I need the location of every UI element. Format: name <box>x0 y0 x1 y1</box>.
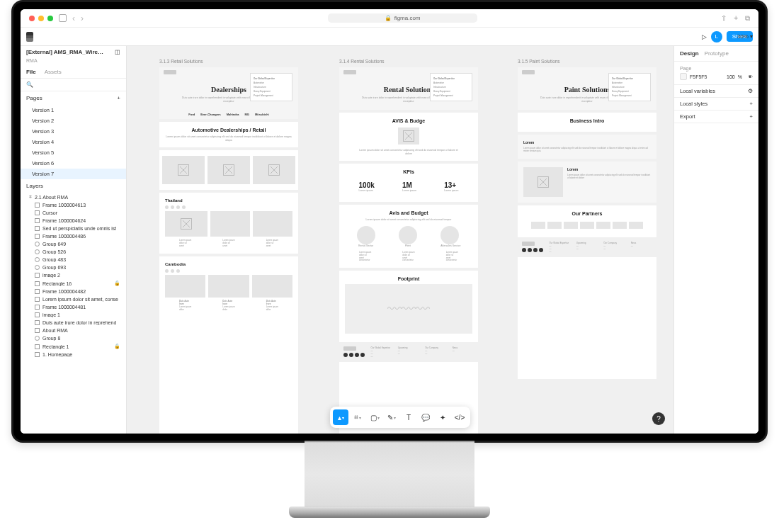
file-tab[interactable]: File <box>26 69 36 75</box>
map-placeholder: 〰〰〰 <box>345 284 472 334</box>
user-avatar[interactable]: L <box>711 31 722 43</box>
wf-heading: Our Partners <box>523 211 651 216</box>
page-item[interactable]: Version 2 <box>21 115 126 126</box>
layer-item[interactable]: Group 526 <box>21 248 126 256</box>
layer-item[interactable]: 1. Homepage <box>21 351 126 358</box>
frame-label[interactable]: 3.1.5 Paint Solutions <box>518 59 560 64</box>
page-item[interactable]: Version 3 <box>21 126 126 137</box>
prototype-tab[interactable]: Prototype <box>705 50 729 57</box>
move-tool[interactable]: ▴▾ <box>333 409 348 425</box>
left-panel: [External] AMS_RMA_Wiref…◫ RMA File Asse… <box>21 46 127 434</box>
wf-heading: Footprint <box>345 276 472 281</box>
layer-item[interactable]: Group 693 <box>21 264 126 271</box>
wf-dropdown: Our Global ExpertiseAutomotiveInfrastruc… <box>250 73 292 101</box>
tabs-icon[interactable]: ⧉ <box>745 14 750 23</box>
help-button[interactable]: ? <box>652 412 665 425</box>
color-opacity[interactable]: 100 <box>727 74 735 79</box>
layer-item[interactable]: Frame 1000004613 <box>21 201 126 209</box>
layer-item[interactable]: Rectangle 16🔒 <box>21 279 126 288</box>
layer-item[interactable]: Duis aute irure dolor in reprehend <box>21 319 126 327</box>
layer-item[interactable]: Group 483 <box>21 256 126 264</box>
artboard-retail[interactable]: 3.1.3 Retail Solutions Our Global Expert… <box>159 67 298 434</box>
layer-item[interactable]: Frame 1000004481 <box>21 303 126 311</box>
frame-label[interactable]: 3.1.4 Rental Solutions <box>339 59 385 64</box>
wf-dropdown: Our Global ExpertiseAutomotiveInfrastruc… <box>430 73 472 101</box>
sidebar-toggle-icon[interactable] <box>59 14 67 22</box>
figma-logo-icon[interactable] <box>26 32 33 42</box>
panel-toggle-icon[interactable]: ◫ <box>115 49 120 55</box>
page-item[interactable]: Version 1 <box>21 105 126 115</box>
kpi-value: 1M <box>402 181 416 189</box>
settings-icon[interactable]: ⚙ <box>748 88 753 94</box>
layer-item[interactable]: Frame 1000004482 <box>21 288 126 295</box>
toolbar: ▴▾ ⌗▾ ▢▾ ✎▾ T 💬 ✦ </> <box>330 407 470 428</box>
visibility-icon[interactable]: 👁 <box>748 74 753 79</box>
text-tool[interactable]: T <box>401 409 416 425</box>
local-styles[interactable]: Local styles <box>680 101 707 107</box>
color-swatch[interactable] <box>680 73 687 80</box>
layer-item[interactable]: Cursor <box>21 209 126 217</box>
wf-heading: KPIs <box>345 169 472 174</box>
shape-tool[interactable]: ▢▾ <box>367 409 382 425</box>
wf-heading: Thailand <box>165 198 292 203</box>
layer-item[interactable]: Group 649 <box>21 240 126 248</box>
search-icon[interactable]: 🔍 <box>21 79 126 91</box>
layers-header: Layers <box>26 183 43 189</box>
wf-dropdown: Our Global ExpertiseAutomotiveInfrastruc… <box>608 73 651 101</box>
wf-logo <box>343 70 356 74</box>
page-section-label: Page <box>680 66 753 71</box>
artboard-rental[interactable]: 3.1.4 Rental Solutions Our Global Expert… <box>339 67 478 434</box>
design-tab[interactable]: Design <box>680 50 699 57</box>
wf-heading: Cambodia <box>165 262 292 266</box>
layer-item[interactable]: Group 8 <box>21 334 126 342</box>
add-icon[interactable]: + <box>750 101 753 107</box>
nav-forward-icon[interactable]: › <box>81 13 84 23</box>
layer-item[interactable]: image 2 <box>21 271 126 279</box>
wf-heading: Avis and Budget <box>345 210 472 215</box>
layer-item[interactable]: Frame 1000004486 <box>21 232 126 240</box>
nav-back-icon[interactable]: ‹ <box>72 13 75 23</box>
add-page-icon[interactable]: + <box>117 95 120 101</box>
window-controls[interactable] <box>29 16 53 21</box>
team-name: RMA <box>21 58 126 66</box>
layer-item[interactable]: About RMA <box>21 327 126 334</box>
wf-logo <box>522 70 535 74</box>
page-item[interactable]: Version 4 <box>21 137 126 147</box>
color-hex[interactable]: F5F5F5 <box>690 74 707 79</box>
page-item[interactable]: Version 5 <box>21 147 126 158</box>
layer-item[interactable]: 2.1 About RMA <box>35 195 68 200</box>
local-variables[interactable]: Local variables <box>680 88 715 94</box>
wf-heading: AVIS & Budge <box>345 118 472 123</box>
right-panel: DesignPrototype Page F5F5F5100%👁 Local v… <box>673 46 758 434</box>
layer-item[interactable]: image 1 <box>21 311 126 319</box>
wf-nav: FordEver-ChangersMahindraMGMitsubishi <box>159 110 298 119</box>
share-icon[interactable]: ⇧ <box>721 14 727 23</box>
kpi-value: 13+ <box>444 181 458 189</box>
wf-heading: Automotive Dealerships / Retail <box>165 128 292 132</box>
comment-tool[interactable]: 💬 <box>418 409 433 425</box>
pages-header: Pages <box>26 95 42 101</box>
layer-item[interactable]: Rectangle 1🔒 <box>21 342 126 351</box>
layer-item[interactable]: Sed ut perspiciatis unde omnis ist <box>21 225 126 232</box>
dev-mode-tool[interactable]: </> <box>452 409 467 425</box>
frame-tool[interactable]: ⌗▾ <box>350 409 365 425</box>
address-bar[interactable]: 🔒figma.com <box>328 13 477 23</box>
artboard-paint[interactable]: 3.1.5 Paint Solutions Our Global Experti… <box>518 67 656 379</box>
zoom-level[interactable]: 30% ▾ <box>737 28 753 46</box>
new-tab-icon[interactable]: + <box>734 14 738 23</box>
figma-topbar: ▷ L Share <box>21 28 758 46</box>
layer-item[interactable]: Lorem ipsum dolor sit amet, conse <box>21 295 126 303</box>
page-item[interactable]: Version 6 <box>21 158 126 169</box>
canvas[interactable]: 3.1.3 Retail Solutions Our Global Expert… <box>127 46 673 434</box>
layer-item[interactable]: Frame 1000004624 <box>21 217 126 225</box>
page-item[interactable]: Version 7 <box>21 169 126 179</box>
present-button[interactable]: ▷ <box>702 33 707 40</box>
export-section[interactable]: Export <box>680 113 695 120</box>
frame-label[interactable]: 3.1.3 Retail Solutions <box>159 59 203 64</box>
file-name[interactable]: [External] AMS_RMA_Wiref… <box>26 49 104 55</box>
actions-tool[interactable]: ✦ <box>435 409 450 425</box>
pen-tool[interactable]: ✎▾ <box>384 409 399 425</box>
assets-tab[interactable]: Assets <box>45 69 62 75</box>
kpi-value: 100k <box>359 181 375 189</box>
add-icon[interactable]: + <box>750 113 753 120</box>
